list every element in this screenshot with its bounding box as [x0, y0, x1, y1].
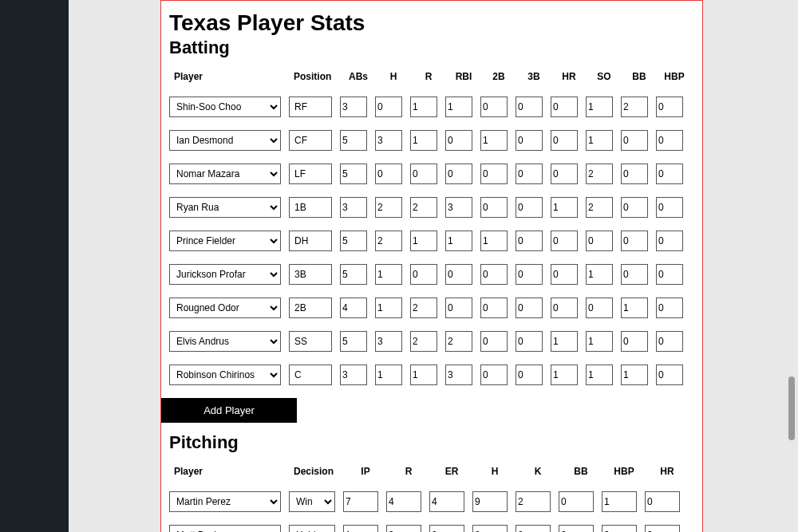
h-input[interactable] — [375, 164, 402, 184]
b3-input[interactable] — [516, 197, 543, 218]
bb-input[interactable] — [621, 231, 648, 251]
rbi-input[interactable] — [445, 264, 472, 285]
r-input[interactable] — [410, 164, 437, 184]
hr-input[interactable] — [551, 331, 578, 352]
decision-select[interactable]: Hold — [289, 525, 335, 532]
h-input[interactable] — [375, 231, 402, 251]
p-r-input[interactable] — [386, 491, 421, 512]
hr-input[interactable] — [551, 197, 578, 218]
so-input[interactable] — [586, 298, 613, 318]
hbp-input[interactable] — [656, 130, 683, 151]
p-hr-input[interactable] — [645, 525, 680, 532]
player-select[interactable]: Shin-Soo Choo — [169, 97, 281, 117]
p-hbp-input[interactable] — [602, 491, 637, 512]
b2-input[interactable] — [480, 331, 508, 352]
hr-input[interactable] — [551, 130, 578, 151]
so-input[interactable] — [586, 197, 613, 218]
hbp-input[interactable] — [656, 331, 683, 352]
b3-input[interactable] — [516, 97, 543, 117]
hbp-input[interactable] — [656, 164, 683, 184]
so-input[interactable] — [586, 164, 613, 184]
b3-input[interactable] — [516, 298, 543, 318]
b2-input[interactable] — [480, 97, 508, 117]
hbp-input[interactable] — [656, 231, 683, 251]
h-input[interactable] — [375, 331, 402, 352]
hr-input[interactable] — [551, 298, 578, 318]
bb-input[interactable] — [621, 331, 648, 352]
position-input[interactable] — [289, 231, 332, 251]
position-input[interactable] — [289, 97, 332, 117]
b3-input[interactable] — [516, 365, 543, 385]
p-ip-input[interactable] — [343, 525, 378, 532]
hbp-input[interactable] — [656, 264, 683, 285]
p-er-input[interactable] — [429, 491, 464, 512]
hr-input[interactable] — [551, 164, 578, 184]
bb-input[interactable] — [621, 97, 648, 117]
abs-input[interactable] — [340, 331, 367, 352]
bb-input[interactable] — [621, 298, 648, 318]
h-input[interactable] — [375, 197, 402, 218]
player-select[interactable]: Ian Desmond — [169, 130, 281, 151]
position-input[interactable] — [289, 164, 332, 184]
pitcher-select[interactable]: Matt Bush — [169, 525, 281, 532]
rbi-input[interactable] — [445, 197, 472, 218]
abs-input[interactable] — [340, 231, 367, 251]
player-select[interactable]: Ryan Rua — [169, 197, 281, 218]
b2-input[interactable] — [480, 298, 508, 318]
abs-input[interactable] — [340, 264, 367, 285]
hbp-input[interactable] — [656, 298, 683, 318]
rbi-input[interactable] — [445, 130, 472, 151]
b3-input[interactable] — [516, 231, 543, 251]
b3-input[interactable] — [516, 130, 543, 151]
position-input[interactable] — [289, 197, 332, 218]
b2-input[interactable] — [480, 365, 508, 385]
bb-input[interactable] — [621, 264, 648, 285]
r-input[interactable] — [410, 365, 437, 385]
r-input[interactable] — [410, 197, 437, 218]
p-bb-input[interactable] — [559, 491, 594, 512]
bb-input[interactable] — [621, 197, 648, 218]
rbi-input[interactable] — [445, 298, 472, 318]
h-input[interactable] — [375, 130, 402, 151]
bb-input[interactable] — [621, 130, 648, 151]
abs-input[interactable] — [340, 365, 367, 385]
so-input[interactable] — [586, 97, 613, 117]
rbi-input[interactable] — [445, 231, 472, 251]
h-input[interactable] — [375, 264, 402, 285]
so-input[interactable] — [586, 331, 613, 352]
hr-input[interactable] — [551, 97, 578, 117]
position-input[interactable] — [289, 331, 332, 352]
position-input[interactable] — [289, 264, 332, 285]
abs-input[interactable] — [340, 197, 367, 218]
pitcher-select[interactable]: Martin Perez — [169, 491, 281, 512]
b3-input[interactable] — [516, 331, 543, 352]
rbi-input[interactable] — [445, 331, 472, 352]
rbi-input[interactable] — [445, 365, 472, 385]
h-input[interactable] — [375, 365, 402, 385]
abs-input[interactable] — [340, 97, 367, 117]
r-input[interactable] — [410, 231, 437, 251]
h-input[interactable] — [375, 298, 402, 318]
p-h-input[interactable] — [472, 525, 508, 532]
p-hr-input[interactable] — [645, 491, 680, 512]
hbp-input[interactable] — [656, 365, 683, 385]
p-bb-input[interactable] — [559, 525, 594, 532]
b2-input[interactable] — [480, 264, 508, 285]
position-input[interactable] — [289, 130, 332, 151]
p-k-input[interactable] — [516, 491, 551, 512]
p-hbp-input[interactable] — [602, 525, 637, 532]
so-input[interactable] — [586, 264, 613, 285]
b2-input[interactable] — [480, 130, 508, 151]
p-er-input[interactable] — [429, 525, 464, 532]
p-ip-input[interactable] — [343, 491, 378, 512]
b2-input[interactable] — [480, 197, 508, 218]
position-input[interactable] — [289, 365, 332, 385]
so-input[interactable] — [586, 365, 613, 385]
r-input[interactable] — [410, 264, 437, 285]
rbi-input[interactable] — [445, 97, 472, 117]
player-select[interactable]: Nomar Mazara — [169, 164, 281, 184]
add-player-button[interactable]: Add Player — [161, 398, 297, 423]
p-r-input[interactable] — [386, 525, 421, 532]
hr-input[interactable] — [551, 264, 578, 285]
so-input[interactable] — [586, 231, 613, 251]
